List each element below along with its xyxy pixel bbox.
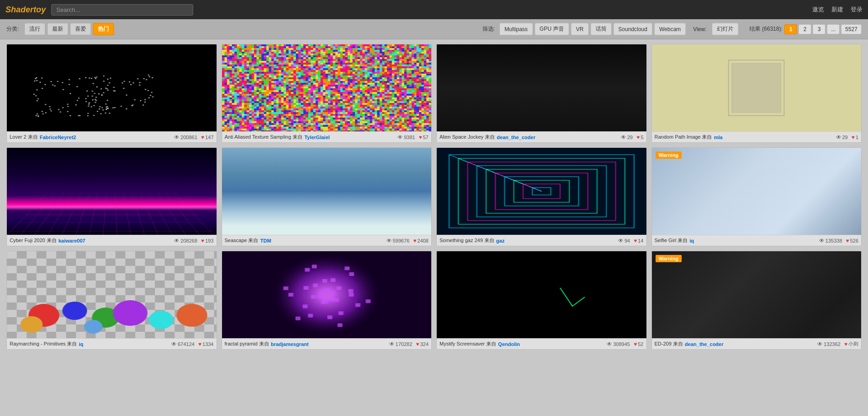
eye-icon: 👁 <box>819 238 825 244</box>
shader-info: Alien Space Jockey 来自 dean_the_coder👁 29… <box>437 131 646 142</box>
shader-card[interactable]: Alien Space Jockey 来自 dean_the_coder👁 29… <box>436 44 647 143</box>
shader-title: Lover 2 来自 <box>10 134 38 140</box>
heart-icon: ♥ <box>846 238 849 244</box>
shader-info: Something gaz 249 来自 gaz👁 94♥ 14 <box>437 235 646 246</box>
filter-button[interactable]: Multipass <box>499 23 533 35</box>
view-count: 👁 135338 <box>819 238 842 244</box>
heart-icon: ♥ <box>419 134 422 140</box>
shader-author[interactable]: kaiware007 <box>59 238 86 243</box>
svg-rect-1 <box>732 64 781 112</box>
view-count: 👁 308945 <box>607 341 630 347</box>
shader-card[interactable]: Mystify Screensaver 来自 Qendolin👁 308945♥… <box>436 251 647 350</box>
shader-author[interactable]: gaz <box>496 238 505 243</box>
shader-author[interactable]: FabriceNeyret2 <box>40 135 76 140</box>
view-count: 👁 29 <box>621 134 633 140</box>
shader-author[interactable]: Qendolin <box>498 341 520 347</box>
like-count: ♥ 193 <box>201 238 213 244</box>
shader-author[interactable]: iq <box>689 238 694 243</box>
shader-title: Alien Space Jockey 来自 <box>439 134 495 140</box>
category-label: 分类: <box>6 25 19 33</box>
shader-card[interactable]: Something gaz 249 来自 gaz👁 94♥ 14 <box>436 147 647 246</box>
shader-title: Anti Aliased Texture Sampling 来自 <box>225 134 303 140</box>
header-nav-item[interactable]: 新建 <box>831 5 843 14</box>
page-button[interactable]: 3 <box>813 24 825 34</box>
shader-author[interactable]: mla <box>714 135 722 140</box>
shader-author[interactable]: TylerGlaiel <box>304 135 330 140</box>
shader-card[interactable]: Lover 2 来自 FabriceNeyret2👁 200861♥ 147 <box>6 44 217 143</box>
header-nav-item[interactable]: 遨览 <box>812 5 824 14</box>
shader-author[interactable]: bradjamesgrant <box>271 341 309 347</box>
shader-author[interactable]: dean_the_coder <box>497 135 535 140</box>
shader-card[interactable]: Raymarching - Primitives 来自 iq👁 674124♥ … <box>6 251 217 350</box>
shader-author[interactable]: iq <box>79 341 83 347</box>
shader-thumbnail <box>222 251 432 338</box>
heart-icon: ♥ <box>844 341 847 347</box>
shader-card[interactable]: WarningSelfie Girl 来自 iq👁 135338♥ 526 <box>651 147 862 246</box>
view-count: 👁 674124 <box>171 341 195 347</box>
shader-title: Raymarching - Primitives 来自 <box>10 340 77 347</box>
eye-icon: 👁 <box>389 341 395 347</box>
heart-icon: ♥ <box>634 341 637 347</box>
view-count: 👁 29 <box>836 134 848 140</box>
filter-button[interactable]: VR <box>571 23 589 35</box>
like-count: ♥ 147 <box>201 134 213 140</box>
shader-card[interactable]: Cyber Fuji 2020 来自 kaiware007👁 208268♥ 1… <box>6 147 217 246</box>
shader-card[interactable]: Anti Aliased Texture Sampling 来自 TylerGl… <box>222 44 432 143</box>
shader-thumbnail <box>7 251 217 338</box>
like-count: ♥ 526 <box>846 238 858 244</box>
like-count: ♥ 小则 <box>844 340 858 347</box>
shader-card[interactable]: Random Path Image 来自 mla👁 29♥ 1 <box>651 44 862 143</box>
eye-icon: 👁 <box>607 341 612 347</box>
category-tab[interactable]: 喜爱 <box>70 23 91 35</box>
page-button[interactable]: 2 <box>798 24 811 34</box>
shader-thumbnail <box>222 44 432 131</box>
toolbar: 分类: 流行最新喜爱热门 筛选: MultipassGPU 声音VR话筒Soun… <box>0 19 868 39</box>
shader-title: Cyber Fuji 2020 来自 <box>10 237 57 244</box>
page-button[interactable]: ... <box>827 24 840 34</box>
shader-card[interactable]: Seascape 来自 TDM👁 599676♥ 2408 <box>222 147 432 246</box>
heart-icon: ♥ <box>852 134 855 140</box>
shader-card[interactable]: WarningED-209 来自 dean_the_coder👁 132362♥… <box>651 251 862 350</box>
view-label: View: <box>693 26 706 32</box>
filter-button[interactable]: Webcam <box>654 23 686 35</box>
eye-icon: 👁 <box>174 238 179 244</box>
filter-button[interactable]: 话筒 <box>591 23 612 35</box>
logo[interactable]: Shadertoy <box>5 5 46 15</box>
page-button[interactable]: 5527 <box>841 24 862 34</box>
shader-info: ED-209 来自 dean_the_coder👁 132362♥ 小则 <box>652 338 862 349</box>
heart-icon: ♥ <box>198 341 201 347</box>
search-input[interactable] <box>51 4 193 16</box>
heart-icon: ♥ <box>201 238 204 244</box>
shader-grid: Lover 2 来自 FabriceNeyret2👁 200861♥ 147An… <box>0 39 868 354</box>
eye-icon: 👁 <box>397 134 403 140</box>
shader-thumbnail: Warning <box>652 148 862 235</box>
category-tab[interactable]: 最新 <box>47 23 68 35</box>
shader-info: Random Path Image 来自 mla👁 29♥ 1 <box>652 131 862 142</box>
shader-info: Raymarching - Primitives 来自 iq👁 674124♥ … <box>7 338 217 349</box>
eye-icon: 👁 <box>174 134 179 140</box>
view-count: 👁 208268 <box>174 238 197 244</box>
like-count: ♥ 324 <box>416 341 429 347</box>
heart-icon: ♥ <box>413 238 416 244</box>
shader-card[interactable]: fractal pyramid 来自 bradjamesgrant👁 17028… <box>222 251 432 350</box>
view-count: 👁 94 <box>618 238 630 244</box>
shader-thumbnail: Warning <box>652 251 862 338</box>
header-nav-item[interactable]: 登录 <box>851 5 863 14</box>
filter-button[interactable]: Soundcloud <box>613 23 652 35</box>
view-slideshow-button[interactable]: 幻灯片 <box>712 23 738 35</box>
shader-thumbnail <box>437 148 646 235</box>
category-tab[interactable]: 热门 <box>93 23 114 35</box>
eye-icon: 👁 <box>621 134 626 140</box>
shader-author[interactable]: TDM <box>260 238 271 243</box>
view-count: 👁 132362 <box>817 341 841 347</box>
filter-button[interactable]: GPU 声音 <box>535 23 569 35</box>
shader-thumbnail <box>222 148 432 235</box>
view-count: 👁 9381 <box>397 134 415 140</box>
shader-author[interactable]: dean_the_coder <box>685 341 723 347</box>
shader-info: Seascape 来自 TDM👁 599676♥ 2408 <box>222 235 432 246</box>
heart-icon: ♥ <box>201 134 204 140</box>
warning-badge: Warning <box>656 255 682 262</box>
eye-icon: 👁 <box>817 341 823 347</box>
category-tab[interactable]: 流行 <box>24 23 45 35</box>
page-button[interactable]: 1 <box>784 24 797 34</box>
